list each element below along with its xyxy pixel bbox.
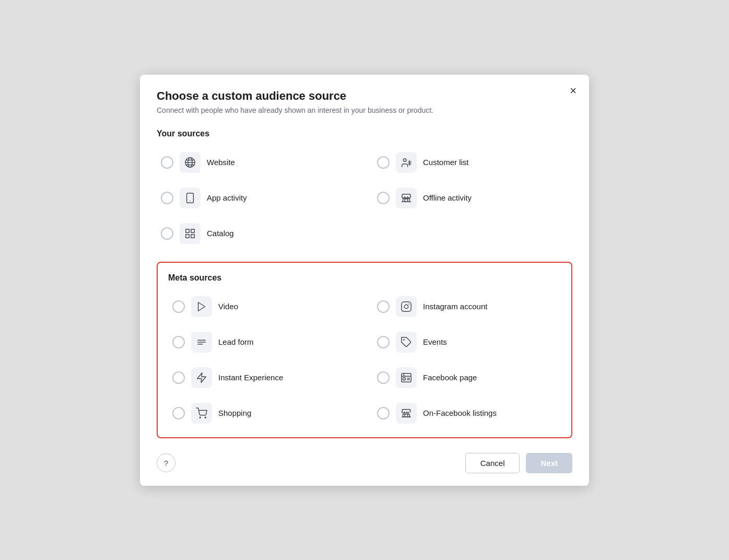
- radio-events[interactable]: [377, 336, 390, 348]
- svg-point-32: [199, 417, 201, 418]
- radio-app-activity[interactable]: [161, 192, 173, 204]
- svg-rect-13: [186, 229, 189, 232]
- source-option-events[interactable]: Events: [373, 326, 561, 358]
- mobile-icon: [184, 192, 196, 204]
- store-icon-box: [396, 188, 417, 208]
- svg-marker-25: [197, 372, 206, 382]
- tag-icon-box: [396, 332, 417, 353]
- source-option-customer-list[interactable]: Customer list: [373, 147, 572, 178]
- svg-rect-11: [405, 199, 408, 202]
- source-label-website: Website: [207, 158, 235, 167]
- svg-marker-17: [198, 302, 205, 311]
- source-label-offline-activity: Offline activity: [423, 193, 472, 202]
- svg-point-19: [404, 305, 408, 308]
- source-label-events: Events: [423, 337, 447, 346]
- lightning-icon-box: [191, 367, 212, 388]
- lead-form-icon-box: [191, 332, 212, 353]
- source-option-on-facebook-listings[interactable]: On-Facebook listings: [373, 398, 561, 429]
- lightning-icon: [196, 372, 207, 383]
- dialog-footer: ? Cancel Next: [157, 453, 572, 473]
- facebook-page-icon-box: [396, 367, 417, 388]
- dialog-title: Choose a custom audience source: [157, 89, 572, 103]
- cancel-button[interactable]: Cancel: [465, 453, 520, 473]
- svg-rect-29: [403, 378, 406, 380]
- source-label-catalog: Catalog: [207, 229, 234, 238]
- radio-website[interactable]: [161, 156, 173, 169]
- svg-rect-18: [402, 301, 411, 311]
- radio-video[interactable]: [172, 300, 185, 313]
- source-label-lead-form: Lead form: [218, 337, 254, 346]
- source-option-facebook-page[interactable]: Facebook page: [373, 362, 561, 393]
- radio-customer-list[interactable]: [377, 156, 390, 169]
- source-option-video[interactable]: Video: [168, 291, 356, 322]
- source-option-instagram[interactable]: Instagram account: [373, 291, 561, 322]
- cart-icon: [196, 407, 207, 419]
- source-option-shopping[interactable]: Shopping: [168, 398, 356, 429]
- play-icon: [196, 301, 207, 312]
- source-label-app-activity: App activity: [207, 193, 247, 202]
- grid-icon-box: [180, 223, 201, 244]
- close-button[interactable]: ×: [570, 85, 577, 97]
- radio-lead-form[interactable]: [172, 336, 185, 348]
- mobile-icon-box: [180, 188, 201, 208]
- source-option-website[interactable]: Website: [157, 147, 356, 178]
- store-icon: [401, 192, 412, 204]
- custom-audience-dialog: × Choose a custom audience source Connec…: [140, 75, 589, 486]
- globe-icon: [184, 157, 196, 168]
- your-sources-section: Your sources Website: [157, 129, 572, 249]
- your-sources-title: Your sources: [157, 129, 572, 138]
- svg-rect-9: [187, 193, 194, 202]
- radio-offline-activity[interactable]: [377, 192, 390, 204]
- radio-catalog[interactable]: [161, 227, 173, 240]
- svg-point-20: [408, 304, 409, 305]
- tag-icon: [401, 336, 412, 348]
- svg-rect-34: [403, 414, 410, 417]
- instagram-icon-box: [396, 296, 417, 317]
- meta-sources-title: Meta sources: [168, 273, 561, 283]
- source-option-offline-activity[interactable]: Offline activity: [373, 182, 572, 214]
- svg-rect-15: [186, 234, 189, 237]
- source-label-instagram: Instagram account: [423, 302, 487, 311]
- meta-sources-grid: Video Instagram account: [168, 291, 561, 429]
- footer-actions: Cancel Next: [465, 453, 572, 473]
- customer-list-icon-box: [396, 152, 417, 173]
- source-label-on-facebook-listings: On-Facebook listings: [423, 409, 497, 417]
- listings-icon-box: [396, 403, 417, 424]
- source-option-lead-form[interactable]: Lead form: [168, 326, 356, 358]
- source-option-app-activity[interactable]: App activity: [157, 182, 356, 214]
- source-label-customer-list: Customer list: [423, 158, 469, 167]
- grid-icon: [184, 228, 196, 239]
- radio-shopping[interactable]: [172, 407, 185, 419]
- source-option-instant-experience[interactable]: Instant Experience: [168, 362, 356, 393]
- radio-instagram[interactable]: [377, 300, 390, 313]
- your-sources-grid: Website Customer list: [157, 147, 572, 249]
- radio-on-facebook-listings[interactable]: [377, 407, 390, 419]
- source-label-facebook-page: Facebook page: [423, 373, 477, 382]
- globe-icon-box: [180, 152, 201, 173]
- svg-rect-14: [191, 229, 194, 232]
- source-option-catalog[interactable]: Catalog: [157, 218, 356, 249]
- svg-point-33: [205, 417, 206, 418]
- instagram-icon: [401, 301, 412, 312]
- lead-form-icon: [196, 336, 207, 348]
- next-button[interactable]: Next: [526, 453, 572, 473]
- customer-list-icon: [401, 157, 412, 168]
- listings-icon: [401, 407, 412, 419]
- play-icon-box: [191, 296, 212, 317]
- svg-point-24: [403, 339, 405, 341]
- source-label-instant-experience: Instant Experience: [218, 373, 283, 382]
- svg-rect-16: [191, 234, 194, 237]
- help-button[interactable]: ?: [157, 453, 175, 472]
- meta-sources-section: Meta sources Video: [157, 262, 572, 438]
- radio-instant-experience[interactable]: [172, 371, 185, 384]
- dialog-subtitle: Connect with people who have already sho…: [157, 106, 572, 114]
- source-label-shopping: Shopping: [218, 409, 251, 417]
- source-label-video: Video: [218, 302, 238, 311]
- svg-point-5: [404, 158, 407, 161]
- cart-icon-box: [191, 403, 212, 424]
- facebook-page-icon: [401, 372, 412, 383]
- radio-facebook-page[interactable]: [377, 371, 390, 384]
